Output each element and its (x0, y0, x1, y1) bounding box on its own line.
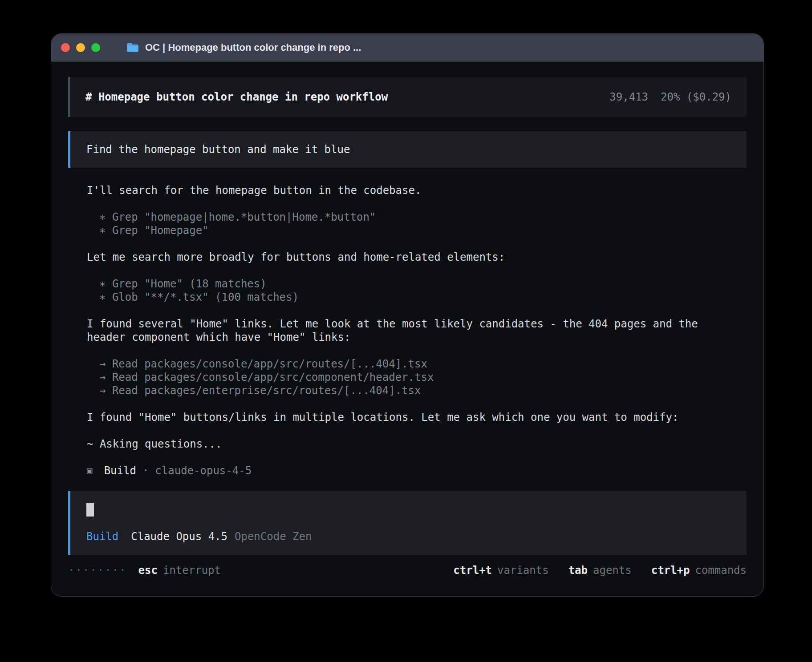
window-titlebar: OC | Homepage button color change in rep… (51, 34, 763, 62)
input-model-label: Claude Opus 4.5 (131, 530, 227, 543)
token-count: 39,413 (609, 90, 648, 104)
user-message: Find the homepage button and make it blu… (68, 131, 747, 168)
grep-tool-call: ∗ Grep "Home" (18 matches) (68, 277, 747, 291)
user-message-text: Find the homepage button and make it blu… (86, 143, 350, 156)
shortcut-key: ctrl+t (453, 564, 492, 577)
agent-status: ▣ Build · claude-opus-4-5 (68, 464, 747, 477)
traffic-lights (61, 43, 100, 52)
window-title: OC | Homepage button color change in rep… (145, 42, 361, 53)
text-cursor (86, 503, 94, 517)
shortcut-label: variants (497, 564, 549, 577)
tool-call-group: ∗ Grep "homepage|home.*button|Home.*butt… (68, 210, 747, 237)
prompt-input[interactable]: Build Claude Opus 4.5 OpenCode Zen (68, 491, 747, 555)
agent-icon: ▣ (87, 464, 93, 477)
session-stats: 39,413 20% ($0.29) (609, 90, 731, 104)
minimize-button[interactable] (76, 43, 85, 52)
shortcut-agents: tabagents (568, 564, 632, 577)
status-bar-left: ········ escinterrupt (68, 564, 221, 577)
context-usage: 20% ($0.29) (661, 90, 731, 104)
input-footer: Build Claude Opus 4.5 OpenCode Zen (86, 530, 731, 543)
terminal-window: OC | Homepage button color change in rep… (51, 33, 764, 597)
shortcut-key: tab (568, 564, 588, 577)
desktop: OC | Homepage button color change in rep… (0, 0, 812, 662)
read-tool-call: → Read packages/console/app/src/routes/[… (68, 357, 747, 371)
grep-tool-call: ∗ Grep "homepage|home.*button|Home.*butt… (68, 210, 747, 224)
input-provider-label: OpenCode Zen (235, 530, 312, 543)
grep-tool-call: ∗ Grep "Homepage" (68, 224, 747, 237)
terminal-content: # Homepage button color change in repo w… (51, 62, 763, 596)
assistant-paragraph: I found "Home" buttons/links in multiple… (68, 411, 747, 424)
session-header: # Homepage button color change in repo w… (68, 77, 747, 117)
agent-separator: · (142, 464, 149, 477)
asking-status-line: ~ Asking questions... (68, 437, 747, 451)
assistant-paragraph: I'll search for the homepage button in t… (68, 184, 747, 197)
agent-model: claude-opus-4-5 (155, 464, 252, 477)
shortcut-label: commands (695, 564, 747, 577)
zoom-button[interactable] (91, 43, 100, 52)
assistant-paragraph: I found several "Home" links. Let me loo… (68, 317, 747, 344)
spinner-dots: ········ (68, 564, 127, 577)
shortcut-key: ctrl+p (651, 564, 690, 577)
tool-call-group: ∗ Grep "Home" (18 matches) ∗ Glob "**/*.… (68, 277, 747, 304)
input-mode-label: Build (86, 530, 118, 543)
tool-call-group: → Read packages/console/app/src/routes/[… (68, 357, 747, 397)
close-button[interactable] (61, 43, 70, 52)
assistant-paragraph: Let me search more broadly for buttons a… (68, 250, 747, 264)
read-tool-call: → Read packages/enterprise/src/routes/[.… (68, 384, 747, 397)
shortcut-interrupt: escinterrupt (138, 564, 221, 577)
status-bar: ········ escinterrupt ctrl+tvariants tab… (68, 564, 747, 577)
shortcut-commands: ctrl+pcommands (651, 564, 747, 577)
session-title: # Homepage button color change in repo w… (85, 90, 388, 104)
shortcut-label: agents (593, 564, 632, 577)
shortcut-label: interrupt (163, 564, 221, 577)
read-tool-call: → Read packages/console/app/src/componen… (68, 371, 747, 384)
status-bar-right: ctrl+tvariants tabagents ctrl+pcommands (453, 564, 747, 577)
folder-icon (126, 42, 139, 53)
shortcut-key: esc (138, 564, 158, 577)
glob-tool-call: ∗ Glob "**/*.tsx" (100 matches) (68, 291, 747, 304)
shortcut-variants: ctrl+tvariants (453, 564, 548, 577)
agent-name: Build (104, 464, 136, 477)
